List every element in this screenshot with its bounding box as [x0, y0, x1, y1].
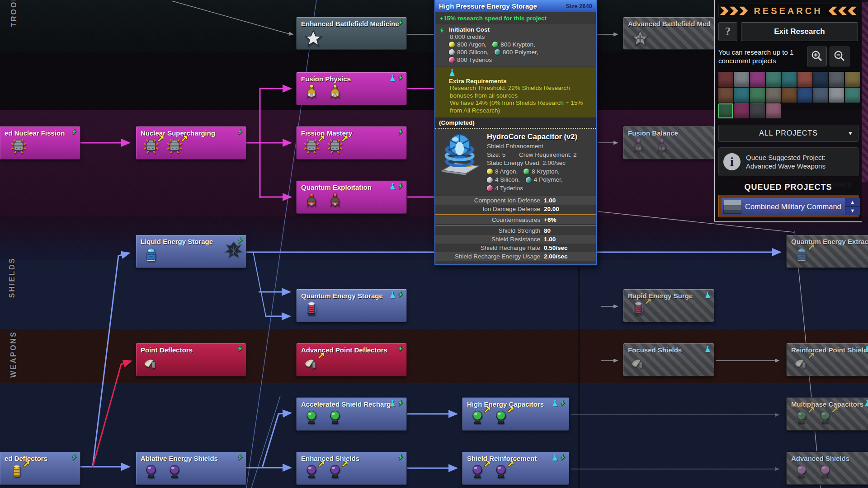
completed-status: (Completed): [435, 117, 596, 129]
resource-cost: 800 Silicon,: [457, 48, 489, 56]
project-tile[interactable]: [750, 103, 765, 118]
tech-node-deflectors[interactable]: ed Deflectors ↗: [0, 451, 80, 485]
node-title: Advanced Battlefield Medicine: [628, 20, 710, 28]
tech-node-multiphase-capacitors[interactable]: Multiphase Capacitors ↗ ↗: [786, 397, 868, 431]
resource-row: 800 Argon, 800 Krypton,: [449, 41, 592, 48]
node-title: Accelerated Shield Recharge: [301, 400, 403, 408]
project-tile[interactable]: [797, 88, 812, 103]
research-bolt-icon: [439, 27, 445, 35]
research-bolt-icon: [71, 454, 77, 461]
tech-node-enhanced-battlefield-medicine[interactable]: Enhanced Battlefield Medicine: [296, 17, 407, 50]
ammo-barrel-icon: ↗: [9, 464, 24, 480]
queued-project-row[interactable]: Combined Military Command ▲ ▼: [722, 198, 855, 215]
resource-cost: 800 Krypton,: [500, 41, 535, 48]
project-tile[interactable]: [813, 72, 828, 87]
tech-node-liquid-energy-storage[interactable]: Liquid Energy Storage: [136, 235, 246, 268]
shield-generator-icon: [167, 464, 182, 480]
project-tile[interactable]: [782, 72, 797, 87]
project-tile[interactable]: [829, 88, 844, 103]
help-button[interactable]: ?: [718, 22, 737, 41]
tech-node-quantum-energy-storage[interactable]: Quantum Energy Storage: [296, 289, 407, 322]
tech-node-nuclear-supercharging[interactable]: Nuclear Supercharging ↗ ↗: [136, 126, 246, 160]
tech-node-point-deflectors[interactable]: Point Deflectors: [136, 343, 246, 376]
upgrade-arrow-icon: ↗: [23, 460, 30, 469]
tech-node-fusion-physics[interactable]: Fusion Physics: [296, 72, 407, 105]
tech-node-quantum-exploitation[interactable]: Quantum Exploitation: [296, 180, 407, 214]
project-tile[interactable]: [750, 88, 765, 103]
queue-suggested-project-button[interactable]: i Queue Suggested Project: Advanced Wave…: [718, 147, 859, 176]
project-tile[interactable]: [813, 88, 828, 103]
tech-node-focused-shields[interactable]: Focused Shields: [623, 343, 714, 376]
move-down-button[interactable]: ▼: [845, 206, 860, 215]
project-tile[interactable]: [829, 72, 844, 87]
zoom-out-button[interactable]: [830, 47, 849, 66]
shield-generator-icon: [327, 409, 343, 426]
tech-node-rapid-energy-surge[interactable]: Rapid Energy Surge ↗: [623, 289, 714, 322]
deflector-dish-icon: [631, 355, 646, 371]
upgrade-arrow-icon: ↗: [341, 460, 349, 469]
tech-node-ablative-energy-shields[interactable]: Ablative Energy Shields: [136, 451, 246, 485]
research-bolt-icon: [398, 400, 403, 407]
tech-node-quantum-energy-extraction[interactable]: Quantum Energy Extraction ↗: [786, 235, 868, 268]
project-tile[interactable]: [845, 88, 860, 103]
project-tile[interactable]: [766, 103, 781, 118]
queued-project-item[interactable]: Combined Military Command ▲ ▼: [718, 195, 859, 217]
project-tile[interactable]: [734, 72, 749, 87]
project-tile[interactable]: [734, 103, 749, 118]
project-tile[interactable]: [766, 72, 781, 87]
all-projects-dropdown[interactable]: ALL PROJECTS ▼: [718, 125, 859, 142]
tech-node-high-energy-capacitors[interactable]: High Energy Capacitors ↗ ↗: [462, 397, 569, 431]
stat-value: 1.00: [544, 235, 556, 244]
reactor-icon: ↗: [327, 138, 343, 155]
flask-icon: [390, 75, 396, 81]
project-tile[interactable]: [782, 88, 797, 103]
stat-label: Countermeasures: [435, 216, 544, 224]
item-static-energy: Static Energy Used: 2.00/sec: [487, 159, 577, 168]
project-tile[interactable]: [718, 72, 733, 87]
tyderios-icon: [449, 57, 455, 63]
upgrade-arrow-icon: ↗: [317, 134, 325, 143]
tech-node-advanced-battlefield-medicine[interactable]: Advanced Battlefield Medicine: [623, 17, 714, 50]
resource-row: 8 Argon, 8 Krypton,: [487, 168, 577, 176]
stat-label: Shield Recharge Energy Usage: [435, 252, 544, 261]
project-tile[interactable]: [845, 72, 860, 87]
tech-node-nuclear-fission[interactable]: ed Nuclear Fission: [0, 126, 80, 160]
tech-node-fission-mastery[interactable]: Fission Mastery ↗ ↗: [296, 126, 407, 160]
tech-node-accelerated-shield-recharge[interactable]: Accelerated Shield Recharge: [296, 397, 407, 431]
extra-requirements-section: Extra Requirements Research Threshold: 2…: [435, 67, 596, 117]
item-crew: Crew Requirement: 2: [519, 151, 577, 158]
move-up-button[interactable]: ▲: [845, 198, 860, 206]
shield-generator-icon: ↗: [470, 464, 485, 480]
project-tile[interactable]: [750, 72, 765, 87]
stat-row: Shield Recharge Rate0.50/sec: [435, 244, 596, 252]
tech-node-reinforced-point-shields[interactable]: Reinforced Point Shields ↗: [786, 343, 868, 376]
project-tile[interactable]: [797, 72, 812, 87]
resource-row: 800 Tyderios: [449, 56, 592, 64]
initiation-cost-section: Initiation Cost 8,000 credits 800 Argon,…: [435, 24, 596, 66]
node-title: High Energy Capacitors: [467, 400, 565, 408]
project-tile[interactable]: [718, 88, 733, 103]
resource-cost: 800 Argon,: [457, 41, 486, 48]
resource-cost: 4 Silicon,: [495, 176, 520, 184]
stat-label: Component Ion Defense: [435, 196, 544, 205]
project-tile[interactable]: [766, 88, 781, 103]
tech-node-advanced-point-deflectors[interactable]: Advanced Point Deflectors ↗: [296, 343, 407, 376]
tech-node-advanced-shields[interactable]: Advanced Shields: [786, 451, 868, 485]
node-title: Reinforced Point Shields: [791, 346, 868, 354]
reactor-icon: ↗: [304, 138, 319, 155]
resource-row: 4 Tyderios: [487, 184, 577, 193]
research-panel-title: RESEARCH: [754, 6, 822, 16]
zoom-in-button[interactable]: [807, 47, 827, 66]
project-tile[interactable]: [718, 103, 733, 118]
exit-research-button[interactable]: Exit Research: [741, 22, 858, 41]
tech-node-fusion-balance[interactable]: Fusion Balance: [623, 126, 714, 160]
tech-node-shield-reinforcement[interactable]: Shield Reinforcement ↗ ↗: [462, 451, 569, 485]
project-tile[interactable]: [734, 88, 749, 103]
upgrade-arrow-icon: ↗: [831, 405, 839, 414]
tech-node-enhanced-shields[interactable]: Enhanced Shields ↗ ↗: [296, 451, 407, 485]
stat-row: Shield Resistance1.00: [435, 235, 596, 244]
polymer-icon: [495, 49, 500, 55]
stat-row: Shield Strength80: [435, 226, 596, 235]
deflector-dish-icon: ↗: [794, 355, 809, 371]
flask-icon: [552, 454, 558, 461]
